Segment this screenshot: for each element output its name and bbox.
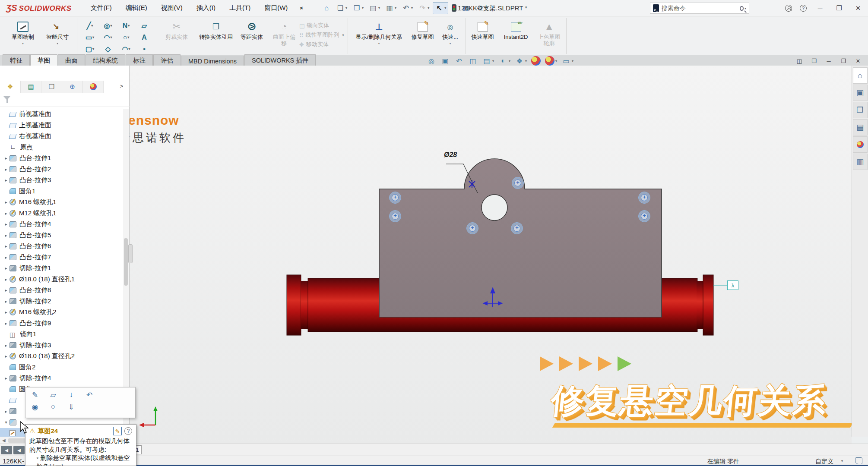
expand-arrow-icon[interactable]: [3, 167, 10, 172]
sketch-entity-button[interactable]: ◇: [99, 43, 117, 55]
ribbon-tab[interactable]: 草图: [30, 54, 57, 66]
dropdown-caret-icon[interactable]: ▾: [128, 47, 130, 51]
ribbon-tab[interactable]: MBD Dimensions: [181, 56, 244, 66]
dropdown-caret-icon[interactable]: ▾: [128, 24, 130, 28]
expand-arrow-icon[interactable]: [3, 233, 10, 238]
feature-tree-item[interactable]: 切除-拉伸1: [0, 263, 123, 274]
feature-tree-item[interactable]: 凸台-拉伸4: [0, 219, 123, 230]
linear-pattern-button[interactable]: ⠿ 线性草图阵列 ▾: [299, 31, 344, 39]
task-pane-button[interactable]: ⌂: [853, 67, 868, 84]
context-tool-icon[interactable]: ↶: [84, 390, 95, 400]
menu-item[interactable]: 编辑(E): [119, 1, 154, 15]
restore-button[interactable]: ❐: [833, 4, 845, 12]
manager-tab[interactable]: ❐: [41, 81, 62, 93]
context-tool-icon[interactable]: ↓: [66, 390, 76, 400]
expand-arrow-icon[interactable]: [3, 255, 10, 260]
trim-entities-button[interactable]: ✂ 剪裁实体: [161, 19, 193, 41]
expand-arrow-icon[interactable]: [3, 244, 10, 249]
annotation-tag[interactable]: λ: [727, 280, 738, 290]
rapid-sketch-button[interactable]: 快速草图: [469, 19, 496, 41]
mirror-entities-button[interactable]: ◫ 镜向实体: [299, 22, 344, 29]
dropdown-caret-icon[interactable]: ▾: [572, 59, 573, 63]
sketch-entity-button[interactable]: ◎ ▾: [99, 20, 117, 31]
surface-offset-button[interactable]: ◔ 曲面上偏移: [272, 19, 297, 47]
ribbon-tab[interactable]: 曲面: [58, 54, 85, 66]
sketch-entity-button[interactable]: A: [135, 31, 153, 43]
expand-arrow-icon[interactable]: [3, 376, 10, 381]
pipe-left-step[interactable]: [301, 281, 308, 329]
quick-snaps-button[interactable]: ◎ 快速... ▾: [439, 19, 462, 45]
feature-tree-item[interactable]: 圆角2: [0, 362, 123, 373]
dropdown-caret-icon[interactable]: ▾: [342, 33, 344, 37]
pin-icon[interactable]: ✦: [298, 4, 306, 13]
dropdown-caret-icon[interactable]: ▾: [92, 47, 94, 51]
feature-tree-item[interactable]: 凸台-拉伸3: [0, 175, 123, 186]
relation-badge[interactable]: [638, 210, 650, 222]
pipe-left-flange[interactable]: [287, 275, 301, 335]
feature-tree-item[interactable]: 凸台-拉伸7: [0, 252, 123, 263]
manager-tab[interactable]: ❖: [0, 81, 21, 93]
menu-item[interactable]: 窗口(W): [257, 1, 295, 15]
tab-nav-button[interactable]: ◀: [1, 446, 12, 454]
minimize-button[interactable]: ─: [814, 5, 826, 12]
diameter-dimension-label[interactable]: Ø28: [444, 151, 457, 159]
feature-tree-item[interactable]: 凸台-拉伸1: [0, 153, 123, 164]
context-tool-icon[interactable]: ◉: [30, 402, 40, 412]
ribbon-tab[interactable]: 结构系统: [86, 54, 125, 66]
menu-item[interactable]: 工具(T): [222, 1, 257, 15]
sketch-button[interactable]: 草图绘制 ▾: [7, 19, 39, 45]
dropdown-caret-icon[interactable]: ▾: [444, 6, 446, 10]
quick-access-button[interactable]: ❐ ▾: [351, 3, 365, 14]
window-control-icon[interactable]: ✕: [854, 57, 862, 65]
help-icon[interactable]: ?: [800, 5, 807, 12]
edit-sketch-icon[interactable]: ✎: [113, 427, 122, 435]
view-tool-button[interactable]: ▾: [545, 56, 557, 66]
sketch-entity-button[interactable]: ▢ ▾: [81, 43, 99, 55]
sketch-entity-button[interactable]: ▪: [135, 43, 153, 55]
expand-arrow-icon[interactable]: [3, 200, 10, 205]
search-caret-icon[interactable]: ▾: [744, 6, 746, 10]
context-tool-icon[interactable]: ✎: [30, 390, 40, 400]
view-tool-button[interactable]: ▭ ▾: [561, 56, 573, 66]
dropdown-caret-icon[interactable]: ▾: [110, 35, 112, 39]
sketch-entity-button[interactable]: ╱ ▾: [81, 20, 99, 31]
view-tool-button[interactable]: ❖ ▾: [515, 56, 527, 66]
view-tool-button[interactable]: ◐ ▾: [498, 56, 510, 66]
feature-tree-item[interactable]: Ø18.0 (18) 直径孔2: [0, 351, 123, 362]
feature-tree-item[interactable]: M16 螺纹孔1: [0, 197, 123, 208]
feature-tree-item[interactable]: 上视基准面: [0, 120, 123, 131]
relation-badge[interactable]: [466, 222, 478, 234]
quick-access-button[interactable]: ↖ ▾: [433, 2, 448, 14]
window-control-icon[interactable]: ❐: [810, 57, 818, 65]
convert-entities-button[interactable]: ❒ 转换实体引用: [195, 19, 237, 41]
relation-badge[interactable]: [512, 177, 524, 189]
feature-tree-item[interactable]: 切除-拉伸4: [0, 373, 123, 384]
feature-tree-item[interactable]: 切除-拉伸2: [0, 296, 123, 307]
sketch-entity-button[interactable]: ▭ ▾: [81, 31, 99, 43]
sketch-entity-button[interactable]: ▱: [135, 20, 153, 31]
feature-tree-item[interactable]: 镜向1: [0, 329, 123, 340]
smart-dimension-button[interactable]: 智能尺寸 ▾: [41, 19, 73, 45]
graphics-viewport[interactable]: Sensnow 新思诺软件 Ø28 λ 修复悬空几何关系: [130, 66, 852, 444]
expand-arrow-icon[interactable]: [3, 409, 10, 414]
expand-arrow-icon[interactable]: [3, 343, 10, 348]
quick-access-button[interactable]: ❏ ▾: [334, 3, 349, 14]
manager-tab[interactable]: ▤: [21, 81, 41, 93]
expand-arrow-icon[interactable]: [3, 156, 10, 161]
dropdown-caret-icon[interactable]: ▾: [555, 59, 557, 63]
quick-access-button[interactable]: ↶ ▾: [400, 3, 415, 14]
relation-badge[interactable]: [511, 222, 523, 234]
relation-badge[interactable]: [638, 192, 650, 204]
relation-badge[interactable]: [389, 210, 401, 222]
pipe-right-flange[interactable]: [703, 275, 713, 335]
dropdown-caret-icon[interactable]: ▾: [345, 6, 347, 10]
feature-tree-item[interactable]: 切除-拉伸3: [0, 340, 123, 351]
sketch-entity-button[interactable]: ○ ▾: [117, 31, 135, 43]
view-tool-button[interactable]: ↶: [454, 56, 464, 66]
search-input[interactable]: [662, 5, 740, 12]
dropdown-caret-icon[interactable]: ▾: [378, 6, 380, 10]
feature-tree-item[interactable]: 凸台-拉伸6: [0, 241, 123, 252]
feature-tree-item[interactable]: 前视基准面: [0, 109, 123, 120]
relation-badge[interactable]: [389, 192, 401, 204]
ribbon-tab[interactable]: 特征: [3, 54, 30, 66]
